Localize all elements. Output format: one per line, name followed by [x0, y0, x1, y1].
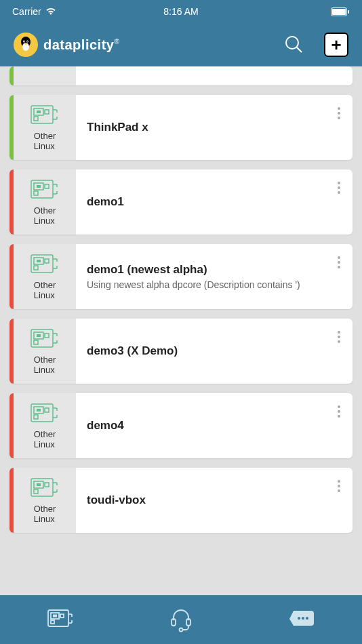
svg-rect-41 — [34, 340, 38, 344]
wifi-icon — [45, 7, 56, 16]
device-title: ThinkPad x — [87, 121, 342, 134]
svg-rect-60 — [45, 483, 49, 487]
svg-rect-51 — [45, 408, 49, 412]
svg-rect-14 — [34, 117, 38, 121]
nav-devices[interactable] — [0, 595, 121, 644]
devices-icon — [46, 608, 75, 631]
board-icon — [30, 103, 60, 127]
app-header: dataplicity® + — [0, 23, 362, 66]
plus-icon: + — [331, 36, 341, 54]
svg-rect-50 — [34, 415, 38, 419]
more-button[interactable] — [335, 104, 343, 122]
os-label: OtherLinux — [34, 206, 56, 226]
device-body — [76, 66, 353, 85]
board-icon — [30, 327, 60, 351]
device-title: demo1 (newest alpha) — [87, 263, 342, 277]
svg-rect-49 — [37, 409, 41, 411]
device-desc: Using newest alpha dpcore (Description c… — [87, 279, 342, 290]
device-card[interactable]: Linux — [9, 66, 353, 85]
device-body: demo1 (newest alpha) Using newest alpha … — [76, 244, 353, 309]
device-side: Linux — [14, 66, 76, 85]
svg-rect-59 — [34, 489, 38, 494]
more-button[interactable] — [335, 328, 343, 346]
svg-rect-58 — [37, 483, 41, 486]
svg-rect-33 — [45, 259, 49, 263]
svg-rect-13 — [37, 110, 41, 113]
svg-rect-68 — [51, 620, 54, 624]
os-label: OtherLinux — [34, 132, 56, 152]
svg-rect-69 — [60, 614, 64, 618]
carrier-label: Carrier — [12, 6, 41, 17]
os-label: OtherLinux — [34, 430, 56, 450]
svg-rect-31 — [37, 260, 41, 262]
brand-logo — [14, 33, 38, 57]
device-card[interactable]: OtherLinux demo1 — [9, 169, 353, 235]
device-list[interactable]: Linux OtherLinux ThinkPad x OtherLinux d… — [0, 66, 362, 595]
nav-chat[interactable] — [241, 595, 362, 644]
svg-rect-15 — [45, 110, 49, 114]
svg-rect-40 — [37, 334, 41, 337]
device-title: demo3 (X Demo) — [87, 344, 342, 358]
device-title: demo1 — [87, 195, 342, 209]
board-icon — [30, 401, 60, 426]
search-button[interactable] — [281, 31, 306, 59]
svg-point-8 — [27, 41, 28, 42]
device-card[interactable]: OtherLinux demo1 (newest alpha) Using ne… — [9, 244, 353, 309]
device-body: ThinkPad x — [76, 95, 353, 160]
svg-rect-32 — [34, 266, 38, 270]
status-bar: Carrier 8:16 AM — [0, 0, 362, 23]
brand-text: dataplicity® — [43, 37, 119, 53]
device-card[interactable]: OtherLinux toudi-vbox — [9, 468, 353, 533]
svg-rect-67 — [53, 615, 57, 618]
svg-point-9 — [286, 37, 298, 49]
more-button[interactable] — [335, 403, 343, 420]
os-label: OtherLinux — [34, 355, 56, 376]
more-button[interactable] — [335, 254, 343, 271]
board-icon — [30, 252, 60, 277]
device-body: demo3 (X Demo) — [76, 319, 353, 384]
more-button[interactable] — [335, 477, 343, 495]
device-card[interactable]: OtherLinux demo3 (X Demo) — [9, 319, 353, 384]
device-title: toudi-vbox — [87, 494, 342, 507]
os-label: OtherLinux — [34, 504, 56, 525]
more-button[interactable] — [335, 179, 343, 197]
svg-line-10 — [297, 47, 302, 52]
battery-icon — [331, 7, 350, 16]
device-side: OtherLinux — [14, 393, 76, 458]
svg-rect-22 — [37, 185, 41, 188]
device-body: toudi-vbox — [76, 468, 353, 533]
svg-point-76 — [180, 628, 183, 632]
nav-support[interactable] — [121, 595, 241, 644]
add-button[interactable]: + — [324, 33, 348, 57]
svg-point-77 — [298, 617, 300, 620]
time-label: 8:16 AM — [163, 6, 198, 17]
svg-point-78 — [302, 617, 304, 620]
bottom-nav — [0, 595, 362, 644]
chat-icon — [288, 609, 315, 630]
device-card[interactable]: OtherLinux demo4 — [9, 393, 353, 458]
device-body: demo1 — [76, 169, 353, 235]
os-label: OtherLinux — [34, 281, 56, 301]
svg-point-7 — [24, 41, 24, 42]
svg-point-79 — [306, 617, 308, 620]
device-body: demo4 — [76, 393, 353, 458]
board-icon — [30, 476, 60, 500]
svg-rect-1 — [348, 10, 349, 14]
device-side: OtherLinux — [14, 468, 76, 533]
svg-rect-23 — [34, 191, 38, 195]
device-card[interactable]: OtherLinux ThinkPad x — [9, 95, 353, 160]
svg-rect-42 — [45, 334, 49, 338]
board-icon — [30, 178, 60, 202]
device-side: OtherLinux — [14, 95, 76, 160]
svg-rect-2 — [332, 9, 346, 15]
search-icon — [283, 34, 304, 54]
device-side: OtherLinux — [14, 169, 76, 235]
brand: dataplicity® — [14, 33, 119, 57]
device-side: OtherLinux — [14, 319, 76, 384]
svg-rect-24 — [45, 184, 49, 188]
device-title: demo4 — [87, 419, 342, 432]
device-side: OtherLinux — [14, 244, 76, 309]
headset-icon — [168, 607, 194, 632]
